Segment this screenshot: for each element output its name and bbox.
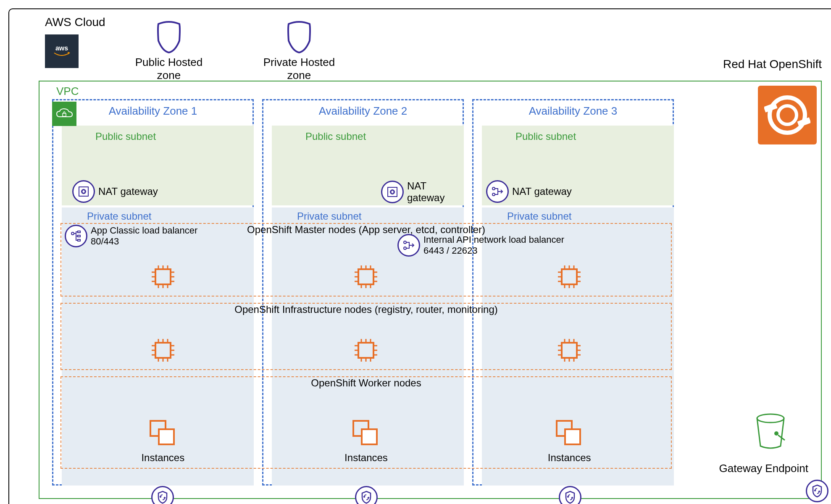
master-nodes-tier: OpenShift Master nodes (App server, etcd…	[60, 223, 672, 297]
gateway-endpoint	[806, 480, 828, 502]
nat-gateway-label: NAT gateway	[512, 186, 572, 197]
nat-gateway-icon	[72, 180, 95, 203]
public-hosted-zone-block: Public Hosted zone	[127, 20, 211, 82]
gateway-shields-row	[60, 486, 672, 504]
gateway-endpoint-label: Gateway Endpoint	[719, 462, 808, 475]
svg-rect-43	[562, 269, 577, 284]
svg-point-101	[757, 414, 784, 423]
instances-col-2: Instances	[344, 417, 388, 464]
shield-icon	[284, 20, 314, 53]
az2-label: Availability Zone 2	[263, 105, 463, 118]
instances-col-3: Instances	[548, 417, 591, 464]
instances-label: Instances	[548, 452, 591, 464]
instances-col-1: Instances	[141, 417, 184, 464]
svg-rect-14	[78, 239, 80, 241]
nat-gateway-label: NAT gateway	[98, 186, 158, 197]
instances-icon	[349, 417, 383, 450]
nat-gateway-2: NAT gateway	[381, 180, 463, 204]
svg-point-11	[71, 232, 74, 235]
gateway-shield-icon	[806, 480, 828, 502]
svg-rect-69	[358, 343, 373, 358]
ilb-line2: 6443 / 22623	[423, 245, 564, 256]
svg-rect-13	[78, 235, 80, 237]
svg-point-1	[770, 97, 805, 133]
chip-icon	[351, 336, 381, 365]
nat-gateway-1: NAT gateway	[72, 180, 158, 203]
svg-rect-56	[155, 343, 171, 358]
private-subnet-label: Private subnet	[87, 210, 151, 222]
gateway-shield-icon	[151, 486, 174, 504]
shield-icon	[154, 20, 184, 53]
openshift-logo-icon	[758, 86, 817, 144]
svg-point-2	[778, 106, 797, 124]
gateway-shield-icon	[355, 486, 378, 504]
app-classic-lb: App Classic load balancer 80/443	[65, 225, 197, 247]
load-balancer-icon	[65, 225, 87, 247]
applb-text: App Classic load balancer 80/443	[91, 225, 197, 247]
svg-point-15	[404, 241, 406, 244]
vpc-cloud-icon	[52, 102, 76, 126]
private-hosted-zone-label: Private Hosted zone	[253, 56, 345, 82]
private-subnet-label: Private subnet	[507, 210, 571, 222]
az1-label: Availability Zone 1	[53, 105, 252, 118]
infra-tier-label: OpenShift Infrastructure nodes (registry…	[61, 304, 671, 315]
aws-cloud-label: AWS Cloud	[45, 16, 105, 29]
chip-icon	[148, 336, 178, 365]
svg-rect-82	[562, 343, 577, 358]
aws-logo-icon: aws	[45, 34, 79, 68]
nat-gateway-3: NAT gateway	[486, 180, 572, 203]
private-subnet-label: Private subnet	[297, 210, 361, 222]
chip-icon	[148, 262, 178, 291]
nat-gateway-icon	[381, 181, 404, 203]
instances-label: Instances	[141, 452, 184, 464]
worker-tier-label: OpenShift Worker nodes	[61, 377, 671, 389]
public-subnet-label: Public subnet	[95, 131, 156, 142]
svg-point-16	[404, 247, 406, 249]
public-hosted-zone-label: Public Hosted zone	[127, 56, 211, 82]
worker-nodes-tier: OpenShift Worker nodes Instances Instanc…	[60, 376, 672, 469]
svg-rect-0	[63, 113, 66, 116]
ilb-line1: Internal API network load balancer	[423, 234, 564, 245]
svg-point-9	[492, 187, 495, 190]
az3-label: Availability Zone 3	[473, 105, 673, 118]
aws-logo-text: aws	[55, 45, 68, 52]
gateway-shield-icon	[559, 486, 581, 504]
svg-point-10	[492, 193, 495, 196]
svg-rect-12	[78, 231, 80, 233]
svg-point-102	[774, 431, 778, 436]
instances-icon	[552, 417, 586, 450]
nat-gateway-flow-icon	[486, 180, 509, 203]
svg-rect-17	[155, 269, 171, 284]
redhat-openshift-label: Red Hat OpenShift	[723, 58, 822, 71]
public-subnet-label: Public subnet	[305, 131, 366, 142]
ilb-text: Internal API network load balancer 6443 …	[423, 234, 564, 257]
nat-gateway-label: NAT gateway	[407, 180, 463, 204]
private-hosted-zone-block: Private Hosted zone	[253, 20, 345, 82]
svg-rect-30	[358, 269, 373, 284]
vpc-frame: VPC Availability Zone 1 Public subnet NA…	[39, 81, 822, 499]
infra-nodes-tier: OpenShift Infrastructure nodes (registry…	[60, 303, 672, 370]
applb-line1: App Classic load balancer	[91, 225, 197, 236]
applb-line2: 80/443	[91, 236, 197, 247]
internal-api-lb: Internal API network load balancer 6443 …	[397, 234, 564, 257]
svg-rect-98	[362, 429, 377, 444]
svg-rect-5	[79, 187, 88, 196]
svg-rect-96	[159, 429, 174, 444]
network-lb-icon	[397, 234, 420, 257]
chip-icon	[555, 336, 584, 365]
vpc-label: VPC	[56, 85, 79, 98]
s3-bucket-icon	[754, 412, 787, 452]
chip-icon	[351, 262, 381, 291]
public-subnet-label: Public subnet	[515, 131, 576, 142]
aws-cloud-frame: AWS Cloud aws Public Hosted zone Private…	[8, 8, 831, 504]
svg-rect-7	[388, 187, 397, 197]
chip-icon	[555, 262, 584, 291]
instances-icon	[146, 417, 180, 450]
svg-rect-100	[565, 429, 580, 444]
instances-label: Instances	[344, 452, 388, 464]
